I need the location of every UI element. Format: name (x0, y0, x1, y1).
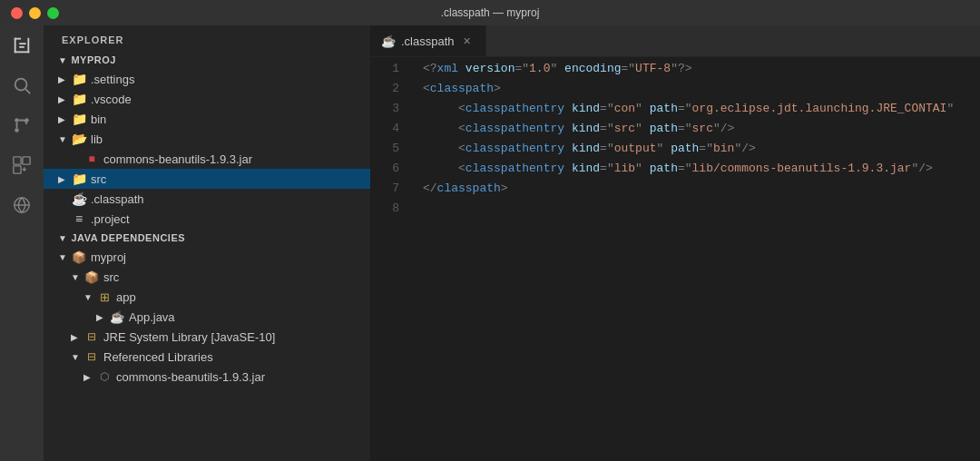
java-deps-section-title[interactable]: ▼ JAVA DEPENDENCIES (44, 229, 370, 247)
window-title: .classpath — myproj (441, 6, 540, 19)
myproj-node-item[interactable]: ▼ 📦 myproj (44, 247, 370, 267)
svg-line-7 (25, 89, 30, 93)
line-numbers: 1 2 3 4 5 6 7 8 (370, 57, 408, 461)
project-label: .project (91, 212, 130, 226)
svg-rect-2 (15, 51, 30, 53)
bin-label: bin (91, 113, 106, 126)
bin-item[interactable]: ▶ 📁 bin (44, 109, 370, 129)
app-node-item[interactable]: ▼ ⊞ app (44, 287, 370, 307)
code-line-2: <classpath> (423, 79, 980, 99)
vscode-arrow: ▶ (58, 94, 71, 104)
folder-icon: 📁 (71, 171, 87, 187)
classpath-icon: ☕ (71, 191, 87, 207)
settings-item[interactable]: ▶ 📁 .settings (44, 69, 370, 89)
app-java-item[interactable]: ▶ ☕ App.java (44, 307, 370, 327)
extensions-activity-icon[interactable] (9, 152, 34, 178)
activity-bar (0, 25, 44, 461)
src-item[interactable]: ▶ 📁 src (44, 169, 370, 189)
java-deps-label: JAVA DEPENDENCIES (71, 232, 185, 243)
code-line-1: <?xml version="1.0" encoding="UTF-8"?> (423, 59, 980, 79)
ref-libs-item[interactable]: ▼ ⊟ Referenced Libraries (44, 347, 370, 367)
sidebar-header: EXPLORER (44, 25, 370, 51)
app-node-label: app (116, 290, 136, 304)
maximize-button[interactable] (47, 7, 59, 19)
myproj-node-arrow: ▼ (58, 252, 71, 262)
folder-open-icon: 📂 (71, 131, 87, 147)
myproj-label: MYPROJ (71, 54, 115, 65)
titlebar: .classpath — myproj (0, 0, 980, 25)
editor-content: 1 2 3 4 5 6 7 8 <?xml version="1.0" enco… (370, 57, 980, 461)
myproj-section-title[interactable]: ▼ MYPROJ (44, 51, 370, 69)
tab-name: .classpath (401, 34, 455, 48)
svg-rect-4 (19, 43, 25, 44)
myproj-node-icon: 📦 (71, 249, 87, 265)
search-activity-icon[interactable] (9, 73, 34, 98)
code-line-6: <classpathentry kind="lib" path="lib/com… (423, 159, 980, 179)
code-line-3: <classpathentry kind="con" path="org.ecl… (423, 99, 980, 119)
app-node-arrow: ▼ (83, 292, 96, 302)
folder-icon: 📁 (71, 111, 87, 127)
svg-point-8 (15, 118, 19, 123)
tab-bar: ☕ .classpath × (370, 25, 980, 57)
ref-commons-jar-item[interactable]: ▶ ⬡ commons-beanutils-1.9.3.jar (44, 367, 370, 387)
jre-lib-item[interactable]: ▶ ⊟ JRE System Library [JavaSE-10] (44, 327, 370, 347)
explorer-section: ▼ MYPROJ ▶ 📁 .settings ▶ 📁 .vscode ▶ 📁 b… (44, 51, 370, 229)
lib-label: lib (91, 132, 103, 146)
tab-file-icon: ☕ (381, 34, 396, 48)
jar-icon: ■ (83, 151, 100, 167)
src-label: src (91, 172, 106, 186)
ref-commons-jar-label: commons-beanutils-1.9.3.jar (116, 370, 265, 384)
tab-close-button[interactable]: × (460, 34, 475, 48)
src-node-arrow: ▼ (71, 272, 83, 282)
java-icon: ☕ (109, 309, 125, 325)
svg-point-9 (15, 128, 19, 132)
code-line-5: <classpathentry kind="output" path="bin"… (423, 139, 980, 159)
ref-libs-label: Referenced Libraries (103, 350, 213, 364)
svg-point-6 (15, 79, 27, 91)
code-line-4: <classpathentry kind="src" path="src"/> (423, 119, 980, 139)
svg-rect-1 (15, 38, 16, 54)
app-java-label: App.java (129, 310, 175, 324)
myproj-node-label: myproj (91, 250, 126, 264)
bin-arrow: ▶ (58, 114, 71, 124)
classpath-tab[interactable]: ☕ .classpath × (370, 25, 486, 56)
commons-jar-item[interactable]: ■ commons-beanutils-1.9.3.jar (44, 149, 370, 169)
code-line-7: </classpath> (423, 179, 980, 199)
src-arrow: ▶ (58, 174, 71, 184)
editor-area: ☕ .classpath × 1 2 3 4 5 6 7 8 <?xml (370, 25, 980, 461)
project-file-item[interactable]: ≡ .project (44, 209, 370, 229)
project-icon: ≡ (71, 211, 87, 227)
explorer-activity-icon[interactable] (9, 33, 34, 58)
minimize-button[interactable] (29, 7, 41, 19)
jre-label: JRE System Library [JavaSE-10] (103, 330, 275, 344)
remote-activity-icon[interactable] (9, 192, 34, 218)
jar-arrow (71, 154, 83, 164)
package-icon: ⊞ (96, 289, 113, 305)
svg-rect-3 (27, 38, 29, 54)
jre-arrow: ▶ (71, 332, 83, 342)
sidebar: EXPLORER ▼ MYPROJ ▶ 📁 .settings ▶ 📁 .vsc… (44, 25, 370, 461)
src-node-label: src (103, 270, 119, 284)
folder-icon: 📁 (71, 71, 87, 87)
myproj-arrow: ▼ (58, 55, 67, 65)
classpath-arrow (58, 194, 71, 204)
vscode-item[interactable]: ▶ 📁 .vscode (44, 89, 370, 109)
lib-arrow: ▼ (58, 134, 71, 144)
vscode-label: .vscode (91, 93, 132, 106)
java-deps-arrow: ▼ (58, 233, 67, 243)
ref-jar-icon: ⬡ (96, 368, 113, 385)
classpath-file-item[interactable]: ☕ .classpath (44, 189, 370, 209)
settings-arrow: ▶ (58, 74, 71, 84)
ref-libs-arrow: ▼ (71, 352, 83, 362)
src-node-item[interactable]: ▼ 📦 src (44, 267, 370, 287)
classpath-label: .classpath (91, 192, 144, 206)
svg-rect-13 (14, 166, 21, 173)
lib-item[interactable]: ▼ 📂 lib (44, 129, 370, 149)
main-layout: EXPLORER ▼ MYPROJ ▶ 📁 .settings ▶ 📁 .vsc… (0, 25, 980, 461)
source-control-activity-icon[interactable] (9, 113, 34, 138)
close-button[interactable] (11, 7, 23, 19)
folder-icon: 📁 (71, 91, 87, 107)
code-editor[interactable]: <?xml version="1.0" encoding="UTF-8"?> <… (408, 57, 980, 461)
ref-libs-icon: ⊟ (83, 348, 100, 365)
java-deps-section: ▼ JAVA DEPENDENCIES ▼ 📦 myproj ▼ 📦 src ▼… (44, 229, 370, 387)
